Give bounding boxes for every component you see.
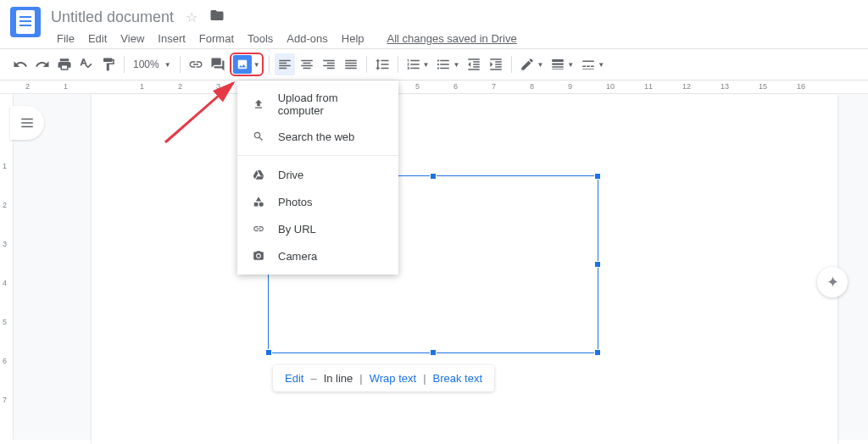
- decrease-indent-button[interactable]: [464, 53, 484, 75]
- insert-link-button[interactable]: [186, 53, 206, 75]
- paint-format-button[interactable]: [98, 53, 119, 75]
- outline-toggle[interactable]: [10, 106, 44, 140]
- horizontal-ruler: 2 1 1 2 3 4 5 6 7 8 9 10 11 12 13 15 16: [0, 80, 868, 94]
- menu-help[interactable]: Help: [336, 29, 370, 48]
- insert-image-button[interactable]: [233, 55, 252, 74]
- separator: [366, 56, 367, 73]
- border-dash-button[interactable]: ▼: [578, 53, 607, 75]
- align-left-button[interactable]: [275, 53, 295, 75]
- edit-image-link[interactable]: Edit: [285, 372, 303, 385]
- border-color-button[interactable]: ▼: [517, 53, 546, 75]
- border-weight-button[interactable]: ▼: [548, 53, 576, 75]
- redo-button[interactable]: [32, 53, 53, 75]
- menu-addons[interactable]: Add-ons: [281, 29, 333, 48]
- undo-button[interactable]: [10, 53, 31, 75]
- save-status[interactable]: All changes saved in Drive: [387, 32, 517, 45]
- align-center-button[interactable]: [297, 53, 317, 75]
- resize-handle[interactable]: [594, 349, 601, 356]
- separator: [398, 56, 398, 73]
- spellcheck-button[interactable]: [76, 53, 97, 75]
- menu-tools[interactable]: Tools: [242, 29, 279, 48]
- move-folder-icon[interactable]: [209, 8, 225, 26]
- upload-icon: [251, 97, 266, 112]
- image-options-toolbar: Edit – In line | Wrap text | Break text: [273, 365, 494, 391]
- break-text-option[interactable]: Break text: [433, 372, 483, 385]
- search-icon: [251, 129, 266, 144]
- menu-view[interactable]: View: [114, 29, 150, 48]
- separator: [269, 56, 270, 73]
- photos-option[interactable]: Photos: [237, 188, 398, 215]
- drive-option[interactable]: Drive: [237, 161, 398, 188]
- print-button[interactable]: [54, 53, 75, 75]
- align-right-button[interactable]: [319, 53, 339, 75]
- resize-handle[interactable]: [265, 349, 272, 356]
- resize-handle[interactable]: [430, 173, 437, 180]
- menu-divider: [237, 155, 398, 156]
- by-url-option[interactable]: By URL: [237, 215, 398, 242]
- docs-logo-icon[interactable]: [10, 7, 41, 37]
- resize-handle[interactable]: [430, 349, 437, 356]
- menu-edit[interactable]: Edit: [82, 29, 113, 48]
- photos-icon: [251, 194, 266, 209]
- menu-insert[interactable]: Insert: [152, 29, 192, 48]
- drive-icon: [251, 167, 266, 182]
- numbered-list-button[interactable]: ▼: [403, 53, 432, 75]
- menu-file[interactable]: File: [51, 29, 81, 48]
- line-spacing-button[interactable]: [372, 53, 392, 75]
- separator: [180, 56, 181, 73]
- star-icon[interactable]: ☆: [186, 9, 198, 25]
- resize-handle[interactable]: [594, 173, 601, 180]
- vertical-ruler: 1 2 3 4 5 6 7: [0, 94, 14, 440]
- camera-option[interactable]: Camera: [237, 242, 398, 269]
- separator: [124, 56, 125, 73]
- insert-image-menu: Upload from computer Search the web Driv…: [237, 80, 398, 275]
- document-title[interactable]: Untitled document: [51, 8, 174, 26]
- separator: [511, 56, 512, 73]
- bulleted-list-button[interactable]: ▼: [433, 53, 462, 75]
- increase-indent-button[interactable]: [486, 53, 506, 75]
- explore-fab[interactable]: ✦: [817, 267, 848, 297]
- resize-handle[interactable]: [594, 261, 601, 268]
- menu-format[interactable]: Format: [193, 29, 240, 48]
- camera-icon: [251, 248, 266, 264]
- upload-from-computer[interactable]: Upload from computer: [237, 86, 398, 123]
- inline-option[interactable]: In line: [324, 372, 353, 385]
- toolbar: 100%▼ ▼ ▼ ▼ ▼ ▼ ▼: [0, 48, 868, 80]
- search-the-web[interactable]: Search the web: [237, 123, 398, 150]
- zoom-selector[interactable]: 100%▼: [130, 58, 175, 70]
- align-justify-button[interactable]: [341, 53, 361, 75]
- insert-image-highlight: ▼: [230, 53, 264, 76]
- link-icon: [251, 221, 266, 236]
- insert-image-caret-icon[interactable]: ▼: [253, 61, 260, 69]
- wrap-text-option[interactable]: Wrap text: [370, 372, 416, 385]
- insert-comment-button[interactable]: [208, 53, 228, 75]
